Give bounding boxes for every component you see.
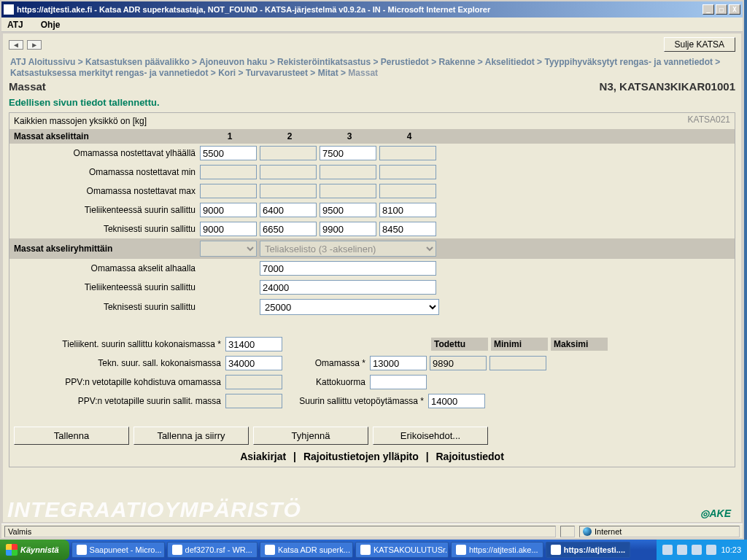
axle4-up[interactable]: [379, 146, 436, 160]
tray-icon[interactable]: [706, 545, 716, 555]
taskbar-item[interactable]: https://atjtesti.ake...: [451, 542, 543, 558]
axle3-road[interactable]: [320, 203, 376, 217]
axle4-max[interactable]: [379, 184, 436, 198]
row-road-allowed: Tieliikenteessä suurin sallittu: [9, 201, 735, 219]
group-combo-2[interactable]: Teliakselisto (3 -akselinen): [260, 241, 436, 257]
towmax[interactable]: [428, 394, 485, 408]
menu-help[interactable]: Ohje: [41, 20, 61, 30]
crumb[interactable]: Mitat: [318, 68, 338, 78]
minimize-button[interactable]: _: [703, 4, 714, 15]
crumb[interactable]: Katsastuksessa merkityt rengas- ja vanne…: [10, 68, 208, 78]
system-tray: 10:23: [657, 540, 747, 560]
crumb[interactable]: Rakenne: [439, 57, 476, 67]
internet-icon: [583, 527, 592, 536]
group-road[interactable]: [260, 280, 436, 295]
axle1-max[interactable]: [200, 184, 257, 198]
axle2-road[interactable]: [260, 203, 317, 217]
start-button[interactable]: Käynnistä: [0, 540, 69, 560]
nav-fwd-icon[interactable]: ►: [27, 40, 42, 50]
crumb[interactable]: Turvavarusteet: [246, 68, 308, 78]
app-icon: [456, 545, 466, 555]
hdr-todettu: Todettu: [431, 338, 488, 351]
action-buttons: Tallenna Tallenna ja siirry Tyhjennä Eri…: [14, 427, 730, 445]
axle3-up[interactable]: [320, 146, 376, 160]
link-restrict[interactable]: Rajoitustiedot: [432, 451, 508, 462]
mass-panel: KATSA021 Kaikkien massojen yksikkö on [k…: [9, 112, 735, 467]
group-tech[interactable]: 25000: [260, 299, 439, 315]
menu-atj[interactable]: ATJ: [7, 20, 23, 30]
taskbar-item[interactable]: Saapuneet - Micro...: [71, 542, 165, 558]
nav-history: ◄ ►: [9, 39, 43, 50]
axle3-min[interactable]: [320, 165, 376, 179]
row-omamassa-up: Omamassa nostettavat ylhäällä: [9, 144, 735, 163]
save-button[interactable]: Tallenna: [14, 427, 129, 445]
link-docs[interactable]: Asiakirjat: [236, 451, 290, 462]
app-icon: [77, 545, 87, 555]
hdr-min: Minimi: [491, 338, 548, 351]
clear-button[interactable]: Tyhjennä: [253, 427, 368, 445]
row-tech-allowed: Teknisesti suurin sallittu: [9, 219, 735, 238]
axle1-up[interactable]: [200, 146, 257, 160]
save-continue-button[interactable]: Tallenna ja siirry: [133, 427, 249, 445]
close-button[interactable]: X: [729, 4, 740, 15]
axle-section-header: Massat akselittain 1 2 3 4: [9, 129, 735, 144]
windows-taskbar: Käynnistä Saapuneet - Micro... def3270.r…: [0, 540, 747, 560]
tray-icon[interactable]: [692, 545, 702, 555]
app-icon: [172, 545, 182, 555]
tray-icon[interactable]: [677, 545, 687, 555]
roof-load[interactable]: [370, 375, 427, 389]
tray-icon[interactable]: [662, 545, 673, 555]
close-katsa-button[interactable]: Sulje KATSA: [664, 37, 735, 52]
axle4-road[interactable]: [379, 203, 436, 217]
axle2-max[interactable]: [260, 184, 317, 198]
own-label: Omamassa *: [285, 358, 370, 368]
special-button[interactable]: Erikoisehdot...: [373, 427, 488, 445]
menubar: ATJ Ohje: [1, 18, 743, 32]
axle2-min[interactable]: [260, 165, 317, 179]
crumb[interactable]: Rekisteröintikatsastus: [277, 57, 371, 67]
content: ◄ ► Sulje KATSA ATJ Aloitussivu > Katsas…: [3, 34, 741, 522]
crumb-current: Massat: [348, 68, 378, 78]
axle1-tech[interactable]: [200, 222, 257, 236]
totals-block: Tieliikent. suurin sallittu kokonaismass…: [9, 335, 735, 411]
row-group-road: Tieliikenteessä suurin sallittu: [9, 278, 735, 297]
towmax-label: Suurin sallittu vetopöytämassa *: [285, 396, 428, 406]
app-icon: [360, 545, 371, 555]
axle3-max[interactable]: [320, 184, 376, 198]
maximize-button[interactable]: □: [716, 4, 727, 15]
axle2-up[interactable]: [260, 146, 317, 160]
crumb[interactable]: Perustiedot: [381, 57, 429, 67]
crumb[interactable]: Kori: [218, 68, 236, 78]
axle4-min[interactable]: [379, 165, 436, 179]
taskbar-item[interactable]: Katsa ADR superk...: [260, 542, 353, 558]
crumb[interactable]: Tyyppihyväksytyt rengas- ja vannetiedot: [544, 57, 713, 67]
taskbar-item[interactable]: KATSAKOULUTUSr...: [355, 542, 449, 558]
axle3-tech[interactable]: [320, 222, 376, 236]
taskbar-item-active[interactable]: https://atjtesti....: [546, 542, 630, 558]
crumb[interactable]: Katsastuksen päävalikko: [85, 57, 190, 67]
crumb[interactable]: Ajoneuvon haku: [199, 57, 267, 67]
group-down[interactable]: [260, 261, 436, 276]
own-todettu[interactable]: [370, 356, 427, 370]
road-total[interactable]: [225, 337, 282, 351]
group-combo-1[interactable]: [200, 241, 257, 257]
axle1-min[interactable]: [200, 165, 257, 179]
ie-statusbar: Valmis Internet: [1, 524, 743, 538]
link-restrict-maint[interactable]: Rajoitustietojen ylläpito: [299, 451, 423, 462]
crumb[interactable]: ATJ Aloitussivu: [10, 57, 75, 67]
crumb[interactable]: Akselitiedot: [485, 57, 535, 67]
axle4-tech[interactable]: [379, 222, 436, 236]
ppv-own[interactable]: [225, 375, 282, 389]
ppv-max[interactable]: [225, 394, 282, 408]
nav-back-icon[interactable]: ◄: [9, 40, 23, 50]
tech-total[interactable]: [225, 356, 282, 370]
own-max[interactable]: [489, 356, 546, 370]
own-min[interactable]: [430, 356, 487, 370]
vehicle-code: N3, KATSAN3KIKAR01001: [600, 80, 735, 93]
axle2-tech[interactable]: [260, 222, 317, 236]
row-omamassa-min: Omamassa nostettavat min: [9, 163, 735, 182]
taskbar-item[interactable]: def3270.rsf - WR...: [167, 542, 258, 558]
axle1-road[interactable]: [200, 203, 257, 217]
clock[interactable]: 10:23: [721, 545, 741, 554]
group-section-header: Massat akseliryhmittäin Teliakselisto (3…: [9, 238, 735, 259]
